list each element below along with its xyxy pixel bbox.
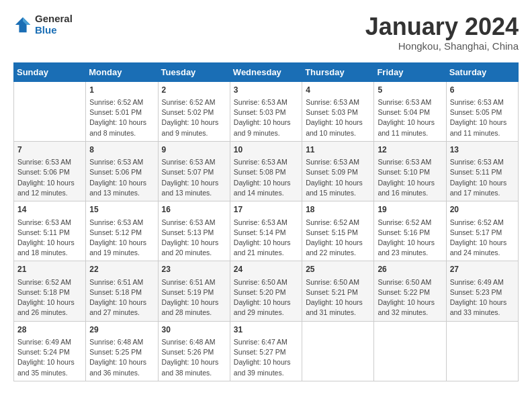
- day-number: 24: [234, 264, 298, 275]
- day-number: 2: [162, 85, 226, 96]
- day-number: 25: [306, 264, 370, 275]
- day-number: 15: [89, 204, 154, 216]
- day-info: Sunrise: 6:53 AMSunset: 5:13 PMDaylight:…: [162, 218, 226, 259]
- day-number: 29: [89, 324, 154, 336]
- month-title: January 2024: [365, 13, 519, 40]
- header-day-tuesday: Tuesday: [158, 62, 230, 81]
- day-number: 7: [17, 144, 82, 156]
- day-number: 20: [450, 204, 515, 216]
- day-number: 5: [378, 85, 442, 96]
- calendar-cell: 22Sunrise: 6:51 AMSunset: 5:18 PMDayligh…: [86, 261, 158, 321]
- calendar-cell: [14, 81, 86, 141]
- day-number: 28: [17, 324, 82, 336]
- day-number: 16: [162, 204, 226, 216]
- day-info: Sunrise: 6:48 AMSunset: 5:26 PMDaylight:…: [162, 337, 226, 378]
- calendar-cell: 10Sunrise: 6:53 AMSunset: 5:08 PMDayligh…: [230, 141, 302, 201]
- day-info: Sunrise: 6:53 AMSunset: 5:05 PMDaylight:…: [450, 97, 515, 138]
- day-info: Sunrise: 6:53 AMSunset: 5:10 PMDaylight:…: [378, 157, 442, 198]
- header-day-thursday: Thursday: [302, 62, 374, 81]
- calendar-cell: 20Sunrise: 6:52 AMSunset: 5:17 PMDayligh…: [446, 201, 518, 261]
- day-info: Sunrise: 6:53 AMSunset: 5:03 PMDaylight:…: [234, 97, 298, 138]
- day-info: Sunrise: 6:53 AMSunset: 5:11 PMDaylight:…: [450, 157, 515, 198]
- week-row-4: 28Sunrise: 6:49 AMSunset: 5:24 PMDayligh…: [14, 321, 519, 381]
- header-row: SundayMondayTuesdayWednesdayThursdayFrid…: [14, 62, 519, 81]
- day-number: 11: [306, 144, 370, 156]
- day-number: 4: [306, 85, 370, 96]
- day-number: 21: [17, 264, 82, 275]
- calendar-cell: 29Sunrise: 6:48 AMSunset: 5:25 PMDayligh…: [86, 321, 158, 381]
- header-day-saturday: Saturday: [446, 62, 518, 81]
- day-info: Sunrise: 6:50 AMSunset: 5:22 PMDaylight:…: [378, 277, 442, 318]
- day-info: Sunrise: 6:50 AMSunset: 5:21 PMDaylight:…: [306, 277, 370, 318]
- calendar-cell: 1Sunrise: 6:52 AMSunset: 5:01 PMDaylight…: [86, 81, 158, 141]
- calendar-cell: 16Sunrise: 6:53 AMSunset: 5:13 PMDayligh…: [158, 201, 230, 261]
- day-info: Sunrise: 6:49 AMSunset: 5:24 PMDaylight:…: [17, 337, 82, 378]
- day-number: 26: [378, 264, 442, 275]
- week-row-2: 14Sunrise: 6:53 AMSunset: 5:11 PMDayligh…: [14, 201, 519, 261]
- logo-icon: [13, 15, 32, 34]
- day-number: 6: [450, 85, 515, 96]
- calendar-cell: 3Sunrise: 6:53 AMSunset: 5:03 PMDaylight…: [230, 81, 302, 141]
- calendar-cell: 11Sunrise: 6:53 AMSunset: 5:09 PMDayligh…: [302, 141, 374, 201]
- day-info: Sunrise: 6:53 AMSunset: 5:11 PMDaylight:…: [17, 218, 82, 259]
- calendar-cell: 6Sunrise: 6:53 AMSunset: 5:05 PMDaylight…: [446, 81, 518, 141]
- calendar-cell: 12Sunrise: 6:53 AMSunset: 5:10 PMDayligh…: [374, 141, 446, 201]
- calendar-cell: 26Sunrise: 6:50 AMSunset: 5:22 PMDayligh…: [374, 261, 446, 321]
- day-number: 9: [162, 144, 226, 156]
- day-info: Sunrise: 6:51 AMSunset: 5:18 PMDaylight:…: [89, 277, 154, 318]
- calendar-table: SundayMondayTuesdayWednesdayThursdayFrid…: [13, 62, 519, 381]
- logo-text: General Blue: [35, 13, 73, 36]
- calendar-cell: 17Sunrise: 6:53 AMSunset: 5:14 PMDayligh…: [230, 201, 302, 261]
- day-info: Sunrise: 6:53 AMSunset: 5:04 PMDaylight:…: [378, 97, 442, 138]
- day-info: Sunrise: 6:52 AMSunset: 5:15 PMDaylight:…: [306, 218, 370, 259]
- calendar-cell: 21Sunrise: 6:52 AMSunset: 5:18 PMDayligh…: [14, 261, 86, 321]
- week-row-0: 1Sunrise: 6:52 AMSunset: 5:01 PMDaylight…: [14, 81, 519, 141]
- calendar-cell: 5Sunrise: 6:53 AMSunset: 5:04 PMDaylight…: [374, 81, 446, 141]
- week-row-3: 21Sunrise: 6:52 AMSunset: 5:18 PMDayligh…: [14, 261, 519, 321]
- day-info: Sunrise: 6:50 AMSunset: 5:20 PMDaylight:…: [234, 277, 298, 318]
- calendar-cell: [302, 321, 374, 381]
- day-info: Sunrise: 6:53 AMSunset: 5:08 PMDaylight:…: [234, 157, 298, 198]
- logo-general-text: General: [35, 13, 73, 25]
- day-number: 17: [234, 204, 298, 216]
- day-number: 23: [162, 264, 226, 275]
- day-number: 30: [162, 324, 226, 336]
- day-number: 12: [378, 144, 442, 156]
- location: Hongkou, Shanghai, China: [365, 40, 519, 52]
- calendar-cell: 30Sunrise: 6:48 AMSunset: 5:26 PMDayligh…: [158, 321, 230, 381]
- day-info: Sunrise: 6:53 AMSunset: 5:06 PMDaylight:…: [17, 157, 82, 198]
- calendar-cell: 25Sunrise: 6:50 AMSunset: 5:21 PMDayligh…: [302, 261, 374, 321]
- day-number: 13: [450, 144, 515, 156]
- day-number: 18: [306, 204, 370, 216]
- day-info: Sunrise: 6:49 AMSunset: 5:23 PMDaylight:…: [450, 277, 515, 318]
- calendar-cell: 19Sunrise: 6:52 AMSunset: 5:16 PMDayligh…: [374, 201, 446, 261]
- calendar-cell: 2Sunrise: 6:52 AMSunset: 5:02 PMDaylight…: [158, 81, 230, 141]
- page-header: General Blue January 2024 Hongkou, Shang…: [13, 13, 519, 52]
- day-info: Sunrise: 6:52 AMSunset: 5:16 PMDaylight:…: [378, 218, 442, 259]
- day-info: Sunrise: 6:52 AMSunset: 5:02 PMDaylight:…: [162, 97, 226, 138]
- day-info: Sunrise: 6:52 AMSunset: 5:01 PMDaylight:…: [89, 97, 154, 138]
- calendar-cell: 31Sunrise: 6:47 AMSunset: 5:27 PMDayligh…: [230, 321, 302, 381]
- calendar-cell: 18Sunrise: 6:52 AMSunset: 5:15 PMDayligh…: [302, 201, 374, 261]
- day-number: 3: [234, 85, 298, 96]
- header-day-friday: Friday: [374, 62, 446, 81]
- calendar-cell: 28Sunrise: 6:49 AMSunset: 5:24 PMDayligh…: [14, 321, 86, 381]
- day-info: Sunrise: 6:51 AMSunset: 5:19 PMDaylight:…: [162, 277, 226, 318]
- day-number: 10: [234, 144, 298, 156]
- day-info: Sunrise: 6:53 AMSunset: 5:12 PMDaylight:…: [89, 218, 154, 259]
- calendar-cell: 14Sunrise: 6:53 AMSunset: 5:11 PMDayligh…: [14, 201, 86, 261]
- calendar-cell: 9Sunrise: 6:53 AMSunset: 5:07 PMDaylight…: [158, 141, 230, 201]
- day-number: 1: [89, 85, 154, 96]
- day-info: Sunrise: 6:52 AMSunset: 5:18 PMDaylight:…: [17, 277, 82, 318]
- day-number: 14: [17, 204, 82, 216]
- calendar-cell: 4Sunrise: 6:53 AMSunset: 5:03 PMDaylight…: [302, 81, 374, 141]
- header-day-sunday: Sunday: [14, 62, 86, 81]
- day-info: Sunrise: 6:48 AMSunset: 5:25 PMDaylight:…: [89, 337, 154, 378]
- logo: General Blue: [13, 13, 73, 36]
- calendar-cell: 15Sunrise: 6:53 AMSunset: 5:12 PMDayligh…: [86, 201, 158, 261]
- day-info: Sunrise: 6:53 AMSunset: 5:09 PMDaylight:…: [306, 157, 370, 198]
- calendar-cell: 27Sunrise: 6:49 AMSunset: 5:23 PMDayligh…: [446, 261, 518, 321]
- day-info: Sunrise: 6:53 AMSunset: 5:14 PMDaylight:…: [234, 218, 298, 259]
- logo-blue-text: Blue: [35, 25, 73, 36]
- day-info: Sunrise: 6:52 AMSunset: 5:17 PMDaylight:…: [450, 218, 515, 259]
